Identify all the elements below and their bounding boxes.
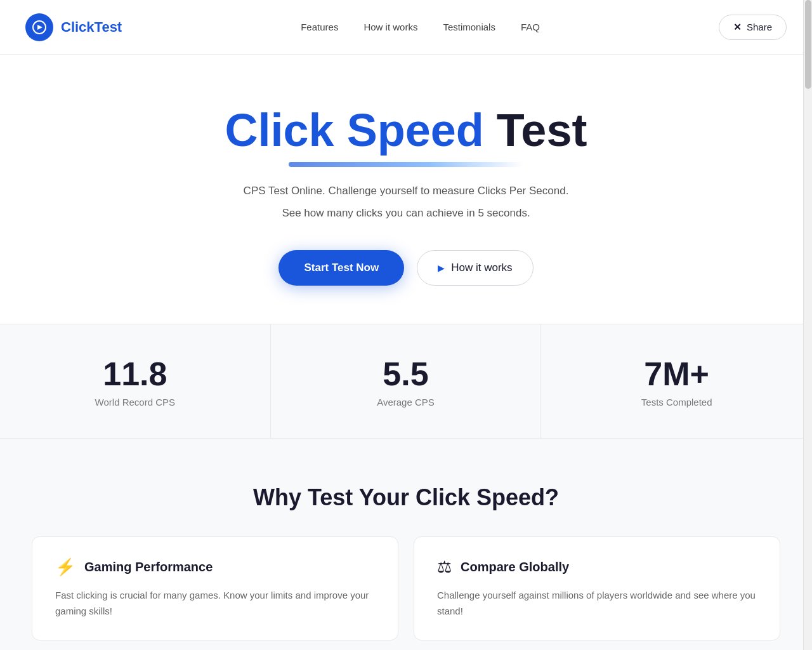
why-card-compare-text: Challenge yourself against millions of p… [437,587,757,620]
lightning-icon: ⚡ [55,557,75,577]
stat-world-record-label: World Record CPS [95,397,175,408]
why-cards: ⚡ Gaming Performance Fast clicking is cr… [32,536,780,640]
hero-title-dark: Test [497,105,587,156]
logo-icon [25,13,53,41]
hero-subtitle-2: See how many clicks you can achieve in 5… [282,204,530,222]
why-card-gaming-text: Fast clicking is crucial for many games.… [55,587,375,620]
hero-subtitle-1: CPS Test Online. Challenge yourself to m… [244,182,569,199]
stats-section: 11.8 World Record CPS 5.5 Average CPS 7M… [0,324,812,439]
nav-how-it-works[interactable]: How it works [363,22,417,32]
stat-world-record-value: 11.8 [103,355,167,393]
stat-average-cps-value: 5.5 [383,355,428,393]
how-it-works-button[interactable]: ▶ How it works [417,250,533,286]
hero-title-blue: Click Speed [225,105,484,156]
nav-faq[interactable]: FAQ [521,22,540,32]
hero-underline [289,162,523,167]
stat-tests-completed: 7M+ Tests Completed [541,324,812,438]
why-card-compare-header: ⚖ Compare Globally [437,557,757,577]
share-button[interactable]: ✕ Share [719,15,787,40]
why-card-compare: ⚖ Compare Globally Challenge yourself ag… [414,536,780,640]
stat-average-cps-label: Average CPS [377,397,435,408]
scales-icon: ⚖ [437,557,452,577]
hero-section: Click Speed Test CPS Test Online. Challe… [0,55,812,324]
start-test-button[interactable]: Start Test Now [278,250,404,286]
logo[interactable]: ClickTest [25,13,122,41]
why-card-gaming: ⚡ Gaming Performance Fast clicking is cr… [32,536,398,640]
why-card-compare-title: Compare Globally [461,560,569,574]
share-label: Share [747,22,772,32]
nav-testimonials[interactable]: Testimonials [443,22,495,32]
how-it-works-label: How it works [451,262,512,274]
nav-features[interactable]: Features [301,22,338,32]
why-title: Why Test Your Click Speed? [25,484,787,511]
scrollbar[interactable] [803,0,812,650]
scrollbar-thumb[interactable] [805,0,811,89]
stat-world-record: 11.8 World Record CPS [0,324,271,438]
why-card-gaming-header: ⚡ Gaming Performance [55,557,375,577]
logo-text-plain: Click [61,19,95,35]
nav-links: Features How it works Testimonials FAQ [301,22,540,32]
stat-tests-completed-value: 7M+ [644,355,709,393]
why-section: Why Test Your Click Speed? ⚡ Gaming Perf… [0,439,812,650]
why-card-gaming-title: Gaming Performance [84,560,213,574]
hero-title: Click Speed Test [225,105,587,156]
navbar: ClickTest Features How it works Testimon… [0,0,812,55]
stat-average-cps: 5.5 Average CPS [271,324,542,438]
x-icon: ✕ [733,22,742,33]
logo-text-accent: Test [95,19,122,35]
stat-tests-completed-label: Tests Completed [641,397,712,408]
logo-svg [32,20,47,35]
play-icon: ▶ [438,263,445,273]
logo-text: ClickTest [61,19,122,36]
hero-buttons: Start Test Now ▶ How it works [278,250,533,286]
svg-marker-1 [37,25,43,30]
